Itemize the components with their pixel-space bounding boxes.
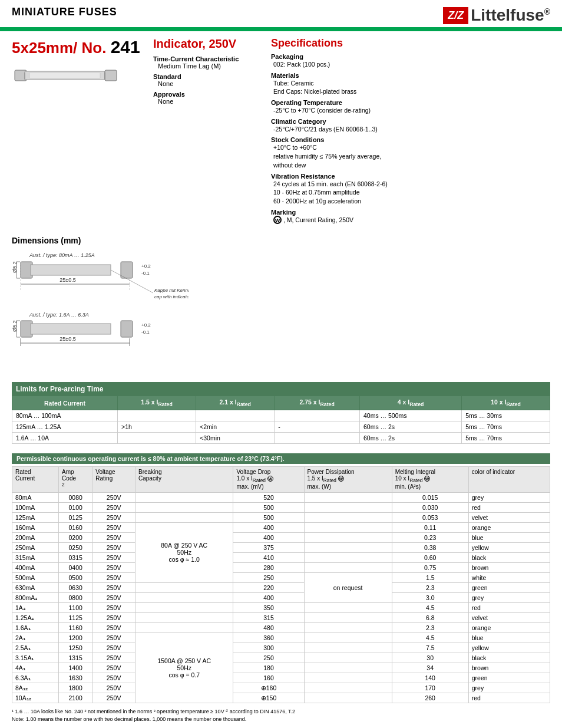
table-row: 3.15A₁1315250V25030black xyxy=(12,653,550,663)
pre-arc-col-4: 4 x IRated xyxy=(359,396,461,410)
svg-text:25±0.5: 25±0.5 xyxy=(59,277,75,283)
logo-area: Z/Z Littelfuse® xyxy=(443,6,550,25)
table-row: 10A₁₂2100250V⊕150260red xyxy=(12,693,550,703)
svg-text:-0.1: -0.1 xyxy=(141,330,150,335)
littelfuse-logo: Z/Z xyxy=(443,7,468,24)
table-row: 1.6A … 10A <30min 60ms … 2s 5ms … 70ms xyxy=(12,433,550,444)
table-row: 315mA0315250V4100.60black xyxy=(12,552,550,562)
standard-value: None xyxy=(158,80,265,87)
pre-arc-col-1: 1.5 x IRated xyxy=(118,396,196,410)
product-number: 5x25mm/ No. 241 xyxy=(12,37,141,57)
table-row: 200mA0200250V4000.23blue xyxy=(12,532,550,542)
pre-arc-title: Limits for Pre-arcing Time xyxy=(12,383,550,396)
fuse-svg xyxy=(12,62,118,88)
fuse-diagram xyxy=(12,62,118,88)
table-row: 80mA0080250V5200.015grey xyxy=(12,492,550,502)
table-row: 8A₁₂1800250V⊕160170grey xyxy=(12,683,550,693)
col-vdrop: Voltage Drop1.0 x IRated Wmax. (mV) xyxy=(233,467,304,492)
table-row: 1.25A₄1125250V3156.8velvet xyxy=(12,612,550,622)
col-power: Power Dissipation1.5 x IRated Wmax. (W) xyxy=(304,467,392,492)
col-voltage: VoltageRating xyxy=(92,467,135,492)
marking-icon: W xyxy=(273,216,282,224)
table-row: 500mA0500250V250on request1.5white xyxy=(12,572,550,582)
vibration-spec: Vibration Resistance 24 cycles at 15 min… xyxy=(271,173,550,206)
table-row: 125mA0125250V5000.053velvet xyxy=(12,512,550,522)
page-header: Miniature Fuses Z/Z Littelfuse® xyxy=(0,0,562,29)
table-row: 630mA0630250V2202.3green xyxy=(12,582,550,592)
time-current-label: Time-Current Characteristic xyxy=(153,55,265,62)
approvals-section: Approvals None xyxy=(153,91,265,105)
pre-arc-col-2: 2.1 x IRated xyxy=(196,396,275,410)
svg-text:+0.2: +0.2 xyxy=(141,322,151,328)
table-row: 100mA0100250V5000.030red xyxy=(12,502,550,512)
pre-arc-section: Limits for Pre-arcing Time Rated Current… xyxy=(0,380,562,451)
table-row: 125mA … 1.25A >1h <2min - 60ms … 2s 5ms … xyxy=(12,421,550,433)
table-row: 800mA₄0800250V4003.0grey xyxy=(12,592,550,602)
table-row: 400mA0400250V2800.75brown xyxy=(12,562,550,572)
table-row: 2A₁1200250V1500A @ 250 V AC50Hzcos φ = 0… xyxy=(12,633,550,643)
table-row: 80mA … 100mA 40ms … 500ms 5ms … 30ms xyxy=(12,410,550,421)
svg-rect-26 xyxy=(121,321,133,337)
climatic-spec: Climatic Category -25°C/+70°C/21 days (E… xyxy=(271,118,550,134)
marking-spec: Marking W , M, Current Rating, 250V xyxy=(271,209,550,225)
table-row: 4A₁1400250V18034brown xyxy=(12,663,550,673)
permissible-header: Permissible continuous operating current… xyxy=(12,453,550,464)
materials-spec: Materials Tube: Ceramic End Caps: Nickel… xyxy=(271,72,550,96)
pre-arc-col-3: 2.75 x IRated xyxy=(275,396,360,410)
brand-name: Littelfuse® xyxy=(471,6,550,25)
svg-text:Ø5.2: Ø5.2 xyxy=(12,321,18,332)
main-table-section: Permissible continuous operating current… xyxy=(0,451,562,705)
stock-conditions-spec: Stock Conditions +10°C to +60°C relative… xyxy=(271,136,550,169)
svg-text:-0.1: -0.1 xyxy=(141,271,150,276)
col-breaking: BreakingCapacity xyxy=(135,467,233,492)
table-row: 250mA0250250V3750.38yellow xyxy=(12,542,550,552)
specifications-title: Specifications xyxy=(271,37,550,50)
svg-rect-2 xyxy=(29,73,100,78)
col-color: color of indicator xyxy=(468,467,550,492)
approvals-value: None xyxy=(158,98,265,105)
dimensions-svg: Aust. / type: 80mA … 1.25A 25±0.5 Ø5.2 +… xyxy=(12,249,189,373)
svg-text:+0.2: +0.2 xyxy=(141,263,151,269)
left-column: 5x25mm/ No. 241 xyxy=(12,37,141,227)
dimensions-section: Dimensions (mm) Aust. / type: 80mA … 1.2… xyxy=(0,230,562,380)
table-row: 1A₄1100250V3504.5red xyxy=(12,602,550,612)
table-row: 2.5A₁1250250V3007.5yellow xyxy=(12,643,550,653)
pre-arc-col-5: 10 x IRated xyxy=(462,396,550,410)
svg-text:Ø5.2: Ø5.2 xyxy=(12,262,18,274)
svg-rect-13 xyxy=(121,262,133,278)
time-current-value: Medium Time Lag (M) xyxy=(158,62,265,70)
table-row: 160mA0160250V80A @ 250 V AC50Hzcos φ ≈ 1… xyxy=(12,522,550,532)
time-current-section: Time-Current Characteristic Medium Time … xyxy=(153,55,265,70)
packaging-spec: Packaging 002: Pack (100 pcs.) xyxy=(271,53,550,69)
pre-arc-table: Limits for Pre-arcing Time Rated Current… xyxy=(12,382,550,444)
col-rated-current: RatedCurrent xyxy=(12,467,59,492)
standard-section: Standard None xyxy=(153,73,265,87)
footnotes: ¹ 1.6 … 10A looks like No. 240 ² not men… xyxy=(0,706,562,726)
main-top-section: 5x25mm/ No. 241 Indicator, 250V Time-Cur… xyxy=(0,31,562,227)
dimensions-title: Dimensions (mm) xyxy=(12,236,550,245)
svg-text:Aust. / type: 1.6A … 6.3A: Aust. / type: 1.6A … 6.3A xyxy=(29,312,89,318)
svg-text:Kappe mit Kennmelder: Kappe mit Kennmelder xyxy=(154,288,189,293)
right-column: Specifications Packaging 002: Pack (100 … xyxy=(271,37,550,227)
pre-arc-col-0: Rated Current xyxy=(12,396,118,410)
indicator-title: Indicator, 250V xyxy=(153,37,265,51)
col-melting: Melting Integral10 x IRated Wmin. (A²s) xyxy=(392,467,468,492)
table-row: 1.6A₁1160250V4802.3orange xyxy=(12,622,550,633)
svg-text:cap with indicator: cap with indicator xyxy=(154,294,189,299)
col-amp-code: AmpCode2 xyxy=(59,467,92,492)
footnote-1: ¹ 1.6 … 10A looks like No. 240 ² not men… xyxy=(12,708,550,716)
standard-label: Standard xyxy=(153,73,265,80)
approvals-label: Approvals xyxy=(153,91,265,98)
svg-text:Aust. / type: 80mA … 1.25A: Aust. / type: 80mA … 1.25A xyxy=(29,252,95,258)
svg-rect-3 xyxy=(105,70,117,81)
page-title: Miniature Fuses xyxy=(12,6,117,18)
footnote-2: Note: 1.00 means the number one with two… xyxy=(12,716,550,724)
main-ratings-table: RatedCurrent AmpCode2 VoltageRating Brea… xyxy=(12,466,550,703)
table-row: 6.3A₁1630250V160140green xyxy=(12,673,550,683)
middle-column: Indicator, 250V Time-Current Characteris… xyxy=(147,37,265,227)
svg-rect-12 xyxy=(31,265,111,275)
svg-rect-25 xyxy=(31,324,111,334)
operating-temp-spec: Operating Temperature -25°C to +70°C (co… xyxy=(271,99,550,115)
svg-text:25±0.5: 25±0.5 xyxy=(59,336,75,342)
